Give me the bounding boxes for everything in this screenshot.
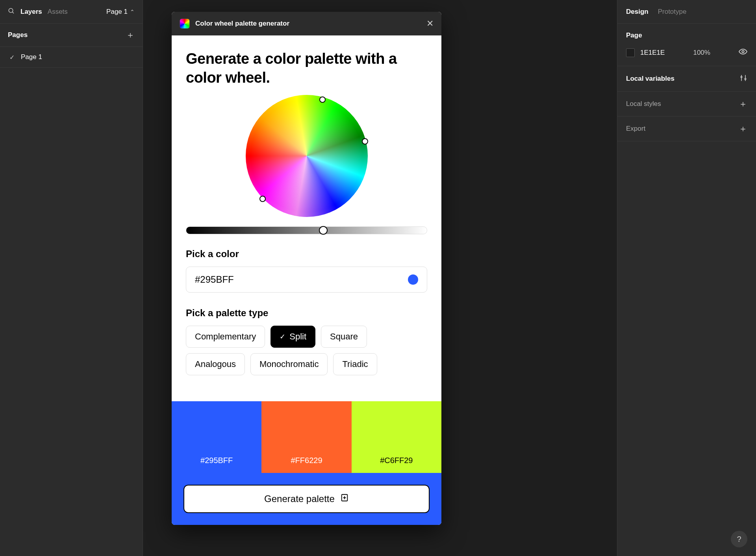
page-color-hex[interactable]: 1E1E1E <box>640 49 665 57</box>
color-input[interactable]: #295BFF <box>186 267 427 293</box>
palette-type-label: Square <box>330 332 358 342</box>
color-input-value: #295BFF <box>195 274 234 285</box>
pick-palette-label: Pick a palette type <box>186 308 427 319</box>
pick-color-label: Pick a color <box>186 248 427 259</box>
generate-footer: Generate palette <box>172 473 441 525</box>
palette-swatch[interactable]: #C6FF29 <box>352 401 441 473</box>
export-section[interactable]: Export ＋ <box>617 117 756 141</box>
palette-type-label: Analogous <box>195 359 236 369</box>
help-button[interactable]: ? <box>731 531 747 547</box>
tab-design[interactable]: Design <box>626 8 649 16</box>
palette-type-label: Triadic <box>342 359 368 369</box>
svg-point-6 <box>745 78 746 80</box>
page-item[interactable]: ✓ Page 1 <box>0 47 143 68</box>
palette-swatch[interactable]: #295BFF <box>172 401 261 473</box>
page-section-label: Page <box>626 32 642 39</box>
add-style-button[interactable]: ＋ <box>739 100 747 108</box>
palette-type-label: Monochromatic <box>259 359 319 369</box>
generate-label: Generate palette <box>264 493 335 504</box>
wheel-handle[interactable] <box>319 96 326 103</box>
plugin-modal-header[interactable]: Color wheel palette generator ✕ <box>172 12 441 35</box>
right-tabs: Design Prototype <box>617 0 756 24</box>
plugin-modal-title: Color wheel palette generator <box>195 20 289 28</box>
plugin-modal: Color wheel palette generator ✕ Generate… <box>172 12 441 525</box>
palette-type-triadic[interactable]: Triadic <box>333 353 377 375</box>
local-styles-section[interactable]: Local styles ＋ <box>617 92 756 117</box>
check-icon: ✓ <box>9 54 15 61</box>
svg-point-2 <box>742 50 744 53</box>
page-section: Page 1E1E1E 100% <box>617 24 756 66</box>
color-wheel[interactable] <box>246 95 368 217</box>
page-opacity[interactable]: 100% <box>693 49 710 57</box>
svg-line-1 <box>12 12 14 13</box>
local-variables-label: Local variables <box>626 75 674 83</box>
wheel-handle[interactable] <box>362 138 368 145</box>
check-icon: ✓ <box>280 332 285 341</box>
slider-handle[interactable] <box>319 226 328 235</box>
right-panel: Design Prototype Page 1E1E1E 100% Local … <box>617 0 756 556</box>
palette-type-label: Split <box>289 332 306 342</box>
page-item-label: Page 1 <box>21 53 42 61</box>
chevron-up-icon: ⌃ <box>130 9 135 15</box>
swatch-hex: #295BFF <box>200 456 233 465</box>
local-variables-section[interactable]: Local variables <box>617 66 756 92</box>
local-styles-label: Local styles <box>626 100 661 108</box>
color-dot <box>408 274 418 285</box>
generate-palette-button[interactable]: Generate palette <box>183 485 430 513</box>
plugin-icon <box>180 19 190 29</box>
plugin-heading: Generate a color palette with a color wh… <box>186 50 427 87</box>
tab-prototype[interactable]: Prototype <box>658 8 687 16</box>
palette-type-split[interactable]: ✓Split <box>271 326 315 348</box>
palette-type-complementary[interactable]: Complementary <box>186 326 265 348</box>
left-panel-header: Layers Assets Page 1 ⌃ <box>0 0 143 24</box>
export-icon <box>340 493 349 504</box>
add-export-button[interactable]: ＋ <box>739 124 747 133</box>
adjust-icon[interactable] <box>739 74 747 83</box>
export-label: Export <box>626 125 645 133</box>
svg-point-0 <box>9 8 13 13</box>
page-selector[interactable]: Page 1 ⌃ <box>106 8 135 16</box>
eye-icon[interactable] <box>739 47 747 58</box>
page-selector-label: Page 1 <box>106 8 128 16</box>
tab-layers[interactable]: Layers <box>20 8 42 16</box>
palette-swatches: #295BFF#FF6229#C6FF29 <box>172 401 441 473</box>
search-icon[interactable] <box>8 7 15 16</box>
swatch-hex: #FF6229 <box>291 456 322 465</box>
palette-type-analogous[interactable]: Analogous <box>186 353 245 375</box>
close-icon[interactable]: ✕ <box>426 19 434 29</box>
left-panel: Layers Assets Page 1 ⌃ Pages ＋ ✓ Page 1 <box>0 0 143 556</box>
svg-point-4 <box>741 76 742 78</box>
palette-type-label: Complementary <box>195 332 256 342</box>
lightness-slider[interactable] <box>186 226 427 234</box>
palette-type-square[interactable]: Square <box>321 326 367 348</box>
pages-header-label: Pages <box>8 31 28 39</box>
add-page-button[interactable]: ＋ <box>126 31 135 39</box>
palette-type-monochromatic[interactable]: Monochromatic <box>250 353 328 375</box>
wheel-handle[interactable] <box>259 196 266 202</box>
palette-swatch[interactable]: #FF6229 <box>261 401 351 473</box>
plugin-modal-body: Generate a color palette with a color wh… <box>172 35 441 401</box>
palette-type-group: Complementary✓SplitSquareAnalogousMonoch… <box>186 326 427 375</box>
swatch-hex: #C6FF29 <box>380 456 413 465</box>
pages-header: Pages ＋ <box>0 24 143 47</box>
page-color-swatch[interactable] <box>626 48 635 57</box>
tab-assets[interactable]: Assets <box>48 8 68 16</box>
